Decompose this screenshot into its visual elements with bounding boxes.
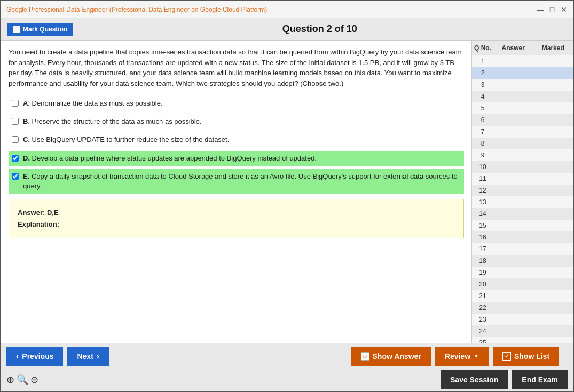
sidebar-row[interactable]: 10 bbox=[472, 161, 573, 173]
sidebar-qno: 9 bbox=[472, 151, 493, 159]
answer-box: Answer: D,E Explanation: bbox=[9, 199, 464, 238]
next-label: Next bbox=[77, 352, 93, 361]
sidebar-qno: 5 bbox=[472, 105, 493, 112]
main-area: You need to create a data pipeline that … bbox=[1, 41, 573, 343]
sidebar-qno: 19 bbox=[472, 269, 493, 276]
option-checkbox-e[interactable] bbox=[12, 173, 19, 180]
sidebar-row[interactable]: 25 bbox=[472, 337, 573, 343]
option-label-b: B. Preserve the structure of the data as… bbox=[23, 117, 202, 126]
sidebar-qno: 1 bbox=[472, 58, 493, 65]
option-item-b[interactable]: B. Preserve the structure of the data as… bbox=[9, 114, 464, 129]
sidebar-row[interactable]: 15 bbox=[472, 220, 573, 231]
option-item-a[interactable]: A. Denormalize the data as must as possi… bbox=[9, 96, 464, 111]
sidebar-qno: 17 bbox=[472, 245, 493, 253]
option-checkbox-a[interactable] bbox=[12, 100, 19, 107]
zoom-reset-button[interactable]: 🔍 bbox=[17, 374, 28, 386]
end-exam-button[interactable]: End Exam bbox=[512, 370, 568, 389]
zoom-out-button[interactable]: ⊖ bbox=[30, 374, 38, 386]
sidebar-row[interactable]: 20 bbox=[472, 278, 573, 290]
previous-button[interactable]: ‹ Previous bbox=[6, 347, 63, 366]
next-button[interactable]: Next › bbox=[67, 347, 109, 366]
question-title: Question 2 of 10 bbox=[73, 23, 567, 35]
option-label-e: E. Copy a daily snapshot of transaction … bbox=[23, 172, 461, 191]
option-checkbox-b[interactable] bbox=[12, 118, 19, 125]
question-panel: You need to create a data pipeline that … bbox=[1, 41, 471, 343]
sidebar-qno: 6 bbox=[472, 116, 493, 124]
option-item-c[interactable]: C. Use BigQuery UPDATE to further reduce… bbox=[9, 132, 464, 147]
sidebar-row[interactable]: 4 bbox=[472, 91, 573, 102]
nav-row-1: ‹ Previous Next › □ Show Answer Review ▼… bbox=[1, 343, 573, 369]
sidebar-col-marked: Marked bbox=[533, 44, 573, 52]
end-exam-label: End Exam bbox=[522, 375, 558, 384]
mark-question-button[interactable]: ■ Mark Question bbox=[7, 23, 73, 36]
sidebar-row[interactable]: 8 bbox=[472, 138, 573, 149]
show-list-button[interactable]: ✓ Show List bbox=[493, 347, 559, 366]
sidebar-row[interactable]: 24 bbox=[472, 325, 573, 337]
sidebar-qno: 25 bbox=[472, 339, 493, 343]
zoom-in-button[interactable]: ⊕ bbox=[6, 374, 14, 386]
sidebar-col-qno: Q No. bbox=[472, 44, 493, 52]
sidebar-qno: 10 bbox=[472, 163, 493, 171]
mark-checkbox-icon: ■ bbox=[13, 26, 20, 33]
sidebar-row[interactable]: 12 bbox=[472, 185, 573, 196]
sidebar-row[interactable]: 2 bbox=[472, 67, 573, 79]
sidebar-qno: 23 bbox=[472, 316, 493, 323]
question-text: You need to create a data pipeline that … bbox=[9, 47, 464, 89]
zoom-controls: ⊕ 🔍 ⊖ bbox=[6, 374, 38, 386]
review-dropdown-icon: ▼ bbox=[474, 353, 479, 359]
option-label-a: A. Denormalize the data as must as possi… bbox=[23, 99, 163, 108]
show-list-label: Show List bbox=[514, 352, 549, 361]
review-button[interactable]: Review ▼ bbox=[435, 347, 489, 366]
sidebar-row[interactable]: 16 bbox=[472, 231, 573, 243]
left-arrow-icon: ‹ bbox=[16, 351, 19, 361]
window-controls: — □ ✕ bbox=[537, 6, 568, 13]
toolbar: ■ Mark Question Question 2 of 10 bbox=[1, 18, 573, 41]
sidebar-row[interactable]: 19 bbox=[472, 267, 573, 278]
minimize-button[interactable]: — bbox=[537, 6, 544, 13]
bottom-nav: ‹ Previous Next › □ Show Answer Review ▼… bbox=[1, 343, 573, 391]
sidebar-row[interactable]: 17 bbox=[472, 243, 573, 255]
sidebar-row[interactable]: 5 bbox=[472, 102, 573, 114]
sidebar-qno: 12 bbox=[472, 187, 493, 194]
sidebar-row[interactable]: 14 bbox=[472, 208, 573, 220]
close-button[interactable]: ✕ bbox=[560, 6, 568, 13]
sidebar-row[interactable]: 13 bbox=[472, 196, 573, 208]
option-checkbox-d[interactable] bbox=[12, 155, 19, 162]
option-item-e[interactable]: E. Copy a daily snapshot of transaction … bbox=[9, 169, 464, 194]
sidebar-qno: 3 bbox=[472, 81, 493, 89]
sidebar-qno: 11 bbox=[472, 175, 493, 182]
sidebar-row[interactable]: 9 bbox=[472, 149, 573, 161]
option-label-d: D. Develop a data pipeline where status … bbox=[23, 154, 317, 163]
options-list: A. Denormalize the data as must as possi… bbox=[9, 96, 464, 194]
nav-middle: □ Show Answer Review ▼ ✓ Show List bbox=[343, 347, 568, 366]
mark-button-label: Mark Question bbox=[23, 26, 67, 33]
sidebar-row[interactable]: 22 bbox=[472, 302, 573, 314]
nav-right: Save Session End Exam bbox=[441, 370, 568, 389]
sidebar-row[interactable]: 7 bbox=[472, 126, 573, 138]
sidebar-qno: 22 bbox=[472, 304, 493, 311]
sidebar-row[interactable]: 23 bbox=[472, 314, 573, 325]
sidebar-row[interactable]: 1 bbox=[472, 55, 573, 67]
explanation-line: Explanation: bbox=[18, 219, 455, 230]
sidebar-row[interactable]: 3 bbox=[472, 79, 573, 91]
sidebar-row[interactable]: 11 bbox=[472, 173, 573, 185]
sidebar-qno: 4 bbox=[472, 93, 493, 100]
sidebar-qno: 8 bbox=[472, 140, 493, 147]
show-list-check-icon: ✓ bbox=[502, 352, 511, 361]
show-answer-icon: □ bbox=[361, 352, 369, 361]
show-answer-button[interactable]: □ Show Answer bbox=[351, 347, 431, 366]
sidebar-row[interactable]: 18 bbox=[472, 255, 573, 267]
option-item-d[interactable]: D. Develop a data pipeline where status … bbox=[9, 151, 464, 166]
maximize-button[interactable]: □ bbox=[548, 6, 556, 13]
review-label: Review bbox=[445, 352, 470, 361]
save-session-button[interactable]: Save Session bbox=[441, 370, 508, 389]
sidebar-qno: 15 bbox=[472, 222, 493, 229]
sidebar-qno: 18 bbox=[472, 257, 493, 265]
sidebar-list[interactable]: 1234567891011121314151617181920212223242… bbox=[472, 55, 573, 343]
sidebar-qno: 21 bbox=[472, 292, 493, 300]
sidebar-row[interactable]: 21 bbox=[472, 290, 573, 302]
sidebar-row[interactable]: 6 bbox=[472, 114, 573, 126]
nav-row-2: ⊕ 🔍 ⊖ Save Session End Exam bbox=[1, 369, 573, 391]
window-title: Google Professional-Data-Engineer (Profe… bbox=[6, 6, 267, 13]
option-checkbox-c[interactable] bbox=[12, 136, 19, 143]
